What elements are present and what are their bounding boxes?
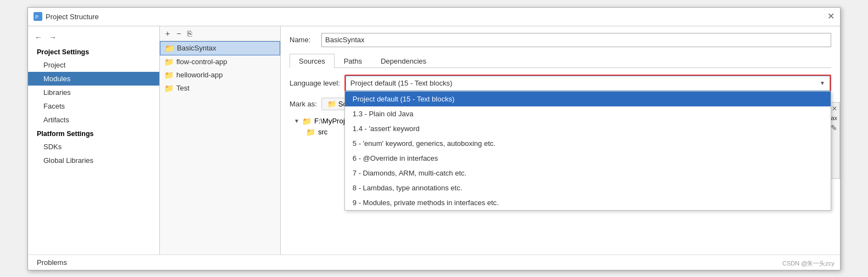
remove-module-button[interactable]: − — [174, 29, 183, 38]
tab-paths[interactable]: Paths — [335, 54, 371, 68]
dropdown-item-6[interactable]: 6 - @Override in interfaces — [345, 151, 831, 166]
main-content: ← → Project Settings Project Modules Lib… — [28, 26, 840, 255]
sidebar-item-project[interactable]: Project — [28, 58, 159, 72]
language-level-dropdown: Project default (15 - Text blocks) 1.3 -… — [344, 91, 831, 211]
sidebar-item-artifacts[interactable]: Artifacts — [28, 113, 159, 127]
sidebar-item-modules[interactable]: Modules — [28, 72, 159, 86]
name-input[interactable] — [321, 33, 831, 47]
language-level-value: Project default (15 - Text blocks) — [350, 79, 452, 87]
tree-item-basicsyntax[interactable]: 📁 BasicSyntax — [160, 41, 280, 55]
title-bar: P Project Structure ✕ — [28, 8, 840, 26]
bottom-bar: Problems — [28, 255, 840, 270]
sources-folder-icon: 📁 — [327, 100, 336, 108]
back-button[interactable]: ← — [32, 32, 44, 43]
module-tree: + − ⎘ 📁 BasicSyntax 📁 flow-control-app 📁… — [160, 26, 281, 255]
sidebar: ← → Project Settings Project Modules Lib… — [28, 26, 160, 255]
hint-text: ax — [831, 115, 837, 121]
dropdown-item-9[interactable]: 9 - Modules, private methods in interfac… — [345, 195, 831, 210]
close-button[interactable]: ✕ — [827, 12, 834, 21]
folder-icon: 📁 — [164, 71, 174, 80]
folder-icon: 📁 — [164, 58, 174, 66]
folder-icon: 📁 — [164, 84, 174, 93]
platform-settings-header: Platform Settings — [28, 127, 159, 140]
dropdown-item-8[interactable]: 8 - Lambdas, type annotations etc. — [345, 180, 831, 195]
watermark: CSDN @朱一头zcy — [782, 259, 834, 268]
sidebar-item-libraries[interactable]: Libraries — [28, 86, 159, 99]
dropdown-arrow-icon: ▼ — [820, 80, 825, 86]
tree-item-helloworld-app[interactable]: 📁 helloworld-app — [160, 69, 280, 82]
language-level-row: Language level: Project default (15 - Te… — [290, 75, 831, 92]
problems-link[interactable]: Problems — [37, 258, 67, 267]
dropdown-item-default[interactable]: Project default (15 - Text blocks) — [345, 92, 831, 106]
forward-button[interactable]: → — [47, 32, 59, 43]
dialog-title: Project Structure — [46, 13, 99, 21]
tab-dependencies[interactable]: Dependencies — [371, 54, 436, 68]
content-panel: Name: Sources Paths Dependencies Languag… — [281, 26, 840, 255]
sidebar-item-global-libraries[interactable]: Global Libraries — [28, 154, 159, 167]
hint-pencil-icon[interactable]: ✎ — [831, 123, 837, 132]
tree-item-test[interactable]: 📁 Test — [160, 82, 280, 95]
src-folder-icon: 📁 — [306, 128, 315, 137]
dropdown-item-7[interactable]: 7 - Diamonds, ARM, multi-catch etc. — [345, 166, 831, 180]
title-bar-left: P Project Structure — [34, 12, 99, 21]
project-settings-header: Project Settings — [28, 45, 159, 58]
add-module-button[interactable]: + — [163, 29, 172, 38]
module-tree-toolbar: + − ⎘ — [160, 26, 280, 41]
root-folder-icon: 📁 — [302, 117, 311, 126]
dropdown-item-1-3[interactable]: 1.3 - Plain old Java — [345, 106, 831, 121]
tree-item-flow-control-app[interactable]: 📁 flow-control-app — [160, 55, 280, 69]
dropdown-item-1-4[interactable]: 1.4 - 'assert' keyword — [345, 121, 831, 136]
language-level-select-wrapper: Project default (15 - Text blocks) ▼ Pro… — [344, 75, 831, 92]
mark-as-label: Mark as: — [290, 100, 317, 108]
expand-arrow-icon: ▼ — [294, 118, 299, 124]
tabs-row: Sources Paths Dependencies — [290, 54, 831, 68]
language-level-label: Language level: — [290, 79, 340, 87]
project-structure-dialog: P Project Structure ✕ ← → Project Settin… — [27, 7, 841, 270]
dropdown-item-5[interactable]: 5 - 'enum' keyword, generics, autoboxing… — [345, 136, 831, 151]
name-label: Name: — [290, 36, 317, 44]
folder-icon: 📁 — [165, 44, 174, 53]
project-icon: P — [34, 12, 42, 21]
copy-module-button[interactable]: ⎘ — [185, 29, 194, 38]
tab-sources[interactable]: Sources — [290, 54, 335, 68]
name-row: Name: — [290, 33, 831, 47]
nav-buttons: ← → — [28, 31, 159, 45]
hint-close-button[interactable]: ✕ — [832, 105, 837, 112]
language-level-select[interactable]: Project default (15 - Text blocks) ▼ — [346, 76, 830, 91]
svg-text:P: P — [35, 14, 38, 20]
sidebar-item-sdks[interactable]: SDKs — [28, 140, 159, 154]
sidebar-item-facets[interactable]: Facets — [28, 99, 159, 113]
